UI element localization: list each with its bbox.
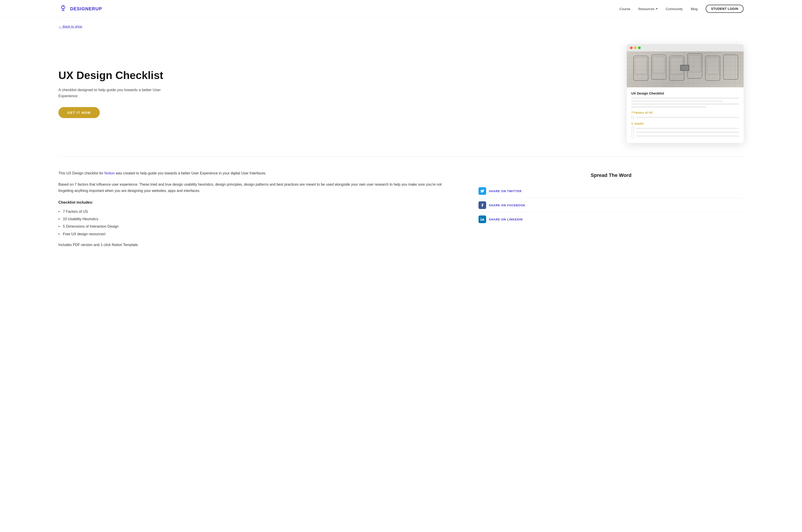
back-to-shop-link[interactable]: ← Back to shop [58, 24, 82, 28]
nav-course[interactable]: Course [619, 7, 630, 11]
spread-section: Spread The Word SHARE ON TWITTER SHARE O… [478, 172, 744, 226]
share-linkedin-label: SHARE ON LINKEDIN [489, 218, 523, 221]
doc-checkbox [631, 116, 634, 119]
svg-rect-6 [652, 55, 666, 79]
hero-left: UX Design Checklist A checklist designed… [58, 69, 166, 118]
facebook-svg [480, 203, 484, 207]
doc-item-line [636, 132, 739, 133]
svg-rect-13 [707, 58, 719, 74]
nav-blog[interactable]: Blog [691, 7, 697, 11]
share-facebook-button[interactable]: SHARE ON FACEBOOK [478, 198, 744, 212]
twitter-svg [480, 189, 484, 193]
doc-checkbox-row [631, 131, 739, 134]
browser-content: UX Design Checklist 7 Factors of UX 1. U… [627, 52, 744, 143]
doc-line [631, 97, 739, 99]
back-link-wrap: ← Back to shop [0, 18, 802, 31]
doc-item-line [636, 128, 739, 129]
doc-title: UX Design Checklist [631, 91, 739, 95]
hero-subtitle: A checklist designed to help guide you t… [58, 87, 166, 99]
logo-text: DESIGNERUP [70, 6, 102, 12]
svg-rect-10 [688, 54, 702, 78]
doc-checkbox [631, 135, 634, 137]
student-login-button[interactable]: STUDENT LOGIN [706, 5, 744, 13]
notion-link[interactable]: Notion [105, 171, 115, 175]
browser-dot-yellow [634, 46, 637, 49]
wireframe-svg [627, 52, 744, 87]
doc-item-line [636, 135, 739, 137]
content-paragraph-1: This UX Design checklist for Notion was … [58, 170, 456, 176]
logo-icon [58, 4, 68, 14]
share-facebook-label: SHARE ON FACEBOOK [489, 204, 526, 207]
get-it-now-button[interactable]: GET IT NOW [58, 107, 100, 118]
svg-rect-12 [706, 56, 720, 81]
share-twitter-button[interactable]: SHARE ON TWITTER [478, 184, 744, 198]
doc-subsection-title: 1. Useful [631, 122, 739, 125]
svg-rect-5 [635, 58, 647, 74]
content-paragraph-2: Based on 7 factors that influence user e… [58, 182, 456, 194]
linkedin-svg [480, 217, 484, 221]
checklist-heading: Checklist includes: [58, 200, 456, 205]
doc-line [631, 103, 739, 105]
nav-links: Course Resources Community Blog STUDENT … [619, 5, 744, 13]
list-item: Free UX design resources! [58, 230, 456, 238]
browser-doc-content: UX Design Checklist 7 Factors of UX 1. U… [627, 87, 744, 143]
list-item: 5 Dimensions of Interaction Design [58, 223, 456, 230]
doc-checkbox [631, 131, 634, 134]
chevron-down-icon [656, 8, 658, 10]
svg-rect-8 [670, 56, 684, 81]
doc-checkbox [631, 127, 634, 130]
linkedin-icon [478, 215, 486, 223]
hero-preview: UX Design Checklist 7 Factors of UX 1. U… [627, 44, 744, 143]
content-right: Spread The Word SHARE ON TWITTER SHARE O… [478, 170, 744, 248]
spread-title: Spread The Word [478, 172, 744, 178]
doc-line [631, 106, 707, 108]
svg-rect-7 [653, 57, 665, 73]
svg-rect-14 [723, 55, 738, 79]
navbar: DESIGNERUP Course Resources Community Bl… [0, 0, 802, 18]
share-linkedin-button[interactable]: SHARE ON LINKEDIN [478, 212, 744, 226]
doc-line [631, 100, 723, 102]
svg-rect-17 [481, 219, 481, 221]
doc-checkbox-row [631, 135, 739, 137]
svg-rect-15 [680, 65, 689, 71]
back-arrow-icon: ← [58, 24, 62, 28]
svg-rect-16 [681, 65, 689, 70]
svg-rect-9 [671, 58, 683, 74]
includes-paragraph: Includes PDF version and 1-click Notion … [58, 242, 456, 248]
doc-section-title: 7 Factors of UX [631, 111, 739, 114]
doc-checkbox-row [631, 127, 739, 130]
doc-checkbox-row [631, 116, 739, 119]
content-section: This UX Design checklist for Notion was … [0, 157, 802, 266]
facebook-icon [478, 201, 486, 209]
content-left: This UX Design checklist for Notion was … [58, 170, 456, 248]
twitter-icon [478, 187, 486, 195]
list-item: 10 Usability Heuristics [58, 215, 456, 223]
doc-item-line [636, 117, 739, 118]
hero-section: UX Design Checklist A checklist designed… [0, 31, 802, 156]
browser-dot-red [630, 46, 633, 49]
browser-mockup: UX Design Checklist 7 Factors of UX 1. U… [627, 44, 744, 143]
svg-point-3 [63, 6, 64, 7]
browser-photo-area [627, 52, 744, 87]
list-item: 7 Factors of US [58, 208, 456, 215]
browser-bar [627, 44, 744, 52]
nav-resources[interactable]: Resources [638, 7, 658, 11]
svg-rect-11 [689, 55, 701, 72]
browser-dot-green [638, 46, 641, 49]
back-link-label: Back to shop [63, 24, 82, 28]
logo[interactable]: DESIGNERUP [58, 4, 102, 14]
svg-point-18 [481, 218, 481, 218]
share-twitter-label: SHARE ON TWITTER [489, 189, 522, 193]
checklist-list: 7 Factors of US 10 Usability Heuristics … [58, 208, 456, 238]
page-title: UX Design Checklist [58, 69, 166, 81]
svg-rect-4 [634, 56, 648, 81]
nav-community[interactable]: Community [666, 7, 683, 11]
